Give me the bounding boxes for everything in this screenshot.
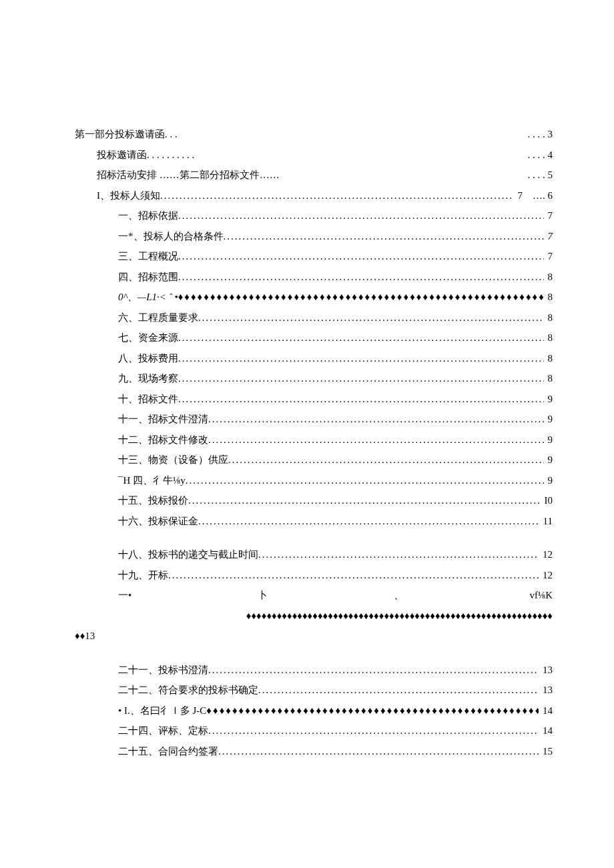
toc-leader: ........................................… xyxy=(168,568,539,583)
toc-gap xyxy=(75,534,553,547)
document-page: 第一部分投标邀请函. . .. . . . 3投标邀请函. . . . . . … xyxy=(0,0,614,868)
toc-leader: ........................................… xyxy=(258,683,539,698)
toc-entry: ¯H 四、彳牛⅛y ..............................… xyxy=(75,473,553,488)
toc-leader: ........................................… xyxy=(224,229,544,244)
toc-page-number: 7 xyxy=(544,229,553,244)
toc-entry: 十六、投标保证金 ...............................… xyxy=(75,514,553,529)
toc-page-number: . . . . 4 xyxy=(524,147,553,163)
toc-label: 十二、招标文件修改 xyxy=(118,432,208,448)
toc-entry: 十三、物资（设备）供应 ............................… xyxy=(75,452,553,468)
toc-leader: ........................................… xyxy=(178,249,544,264)
toc-token: 、 xyxy=(394,588,404,603)
toc-leader: ........................................… xyxy=(178,270,544,285)
toc-label: 0^、—L1·< ˆ • xyxy=(118,290,178,305)
toc-leader: ........................................… xyxy=(208,432,544,448)
toc-leader: ........................................… xyxy=(228,452,544,468)
toc-token: 卜 xyxy=(258,588,268,603)
toc-entry-special-cont: ♦♦♦♦♦♦♦♦♦♦♦♦♦♦♦♦♦♦♦♦♦♦♦♦♦♦♦♦♦♦♦♦♦♦♦♦♦♦♦♦… xyxy=(75,608,553,624)
toc-entry: 四、招标范围 .................................… xyxy=(75,270,553,285)
toc-label: 三、工程概况 xyxy=(118,249,178,264)
toc-label: 七、资金来源 xyxy=(118,330,178,346)
toc-entry: 八、投标费用 .................................… xyxy=(75,351,553,366)
toc-leader: ........................................… xyxy=(178,392,544,407)
toc-leader: ........................................… xyxy=(188,493,541,508)
toc-leader: ........................................… xyxy=(178,208,544,224)
toc-page-number: . . . . 3 xyxy=(524,127,553,142)
toc-page-number: I0 xyxy=(541,493,553,508)
toc-label: I、投标人须知 xyxy=(97,188,160,203)
toc-entry: 投标邀请函. . . . . . . . . .. . . . 4 xyxy=(75,147,553,163)
toc-leader: ........................................… xyxy=(258,547,539,562)
toc-page-number: 9 xyxy=(544,452,553,468)
toc-entry: 十一、招标文件澄清 ..............................… xyxy=(75,412,553,427)
toc-label: 十、招标文件 xyxy=(118,392,178,407)
toc-entry: 一、招标依据 .................................… xyxy=(75,208,553,224)
toc-page-number: 14 xyxy=(539,723,553,739)
toc-leader: ♦♦♦♦♦♦♦♦♦♦♦♦♦♦♦♦♦♦♦♦♦♦♦♦♦♦♦♦♦♦♦♦♦♦♦♦♦♦♦♦… xyxy=(178,290,544,305)
toc-entry: 三、工程概况 .................................… xyxy=(75,249,553,264)
toc-label: 九、现场考察 xyxy=(118,371,178,386)
toc-page-number: 12 xyxy=(539,547,553,562)
toc-token: 一• xyxy=(118,588,131,603)
toc-page-number: 8 xyxy=(544,270,553,285)
toc-leader: ........................................… xyxy=(208,663,539,678)
toc-label: 第一部分投标邀请函. . . xyxy=(75,127,178,142)
toc-page-number: 12 xyxy=(539,568,553,583)
toc-leader: ♦♦♦♦♦♦♦♦♦♦♦♦♦♦♦♦♦♦♦♦♦♦♦♦♦♦♦♦♦♦♦♦♦♦♦♦♦♦♦♦… xyxy=(246,608,553,624)
toc-label: • I.、名曰彳Ｉ多 J-C xyxy=(118,703,206,719)
toc-leader: ........................................… xyxy=(198,310,544,326)
toc-label: 十八、投标书的递交与截止时间 xyxy=(118,547,258,562)
toc-label: 一、招标依据 xyxy=(118,208,178,224)
toc-entry: 十、招标文件 .................................… xyxy=(75,392,553,407)
toc-label: 十六、投标保证金 xyxy=(118,514,198,529)
toc-entry: 0^、—L1·< ˆ •♦♦♦♦♦♦♦♦♦♦♦♦♦♦♦♦♦♦♦♦♦♦♦♦♦♦♦♦… xyxy=(75,290,553,305)
toc-leader: ........................................… xyxy=(178,330,544,346)
toc-entry: 二十五、合同合约签署 .............................… xyxy=(75,744,553,759)
toc-page-number: 13 xyxy=(539,683,553,698)
toc-page-number: 9 xyxy=(544,392,553,407)
toc-label: 六、工程质量要求 xyxy=(118,310,198,326)
toc-leader: ........................................… xyxy=(218,744,539,759)
toc-label: 八、投标费用 xyxy=(118,351,178,366)
toc-page-number: 9 xyxy=(544,432,553,448)
toc-entry: 二十一、投标书澄清 ..............................… xyxy=(75,663,553,678)
toc-leader: ........................................… xyxy=(178,351,544,366)
toc-wrapped-page: ♦♦13 xyxy=(75,628,553,644)
toc-leader: ........................................… xyxy=(198,514,539,529)
toc-page-number: 8 xyxy=(544,330,553,346)
table-of-contents: 第一部分投标邀请函. . .. . . . 3投标邀请函. . . . . . … xyxy=(75,127,553,759)
toc-label: 十九、开标 xyxy=(118,568,168,583)
toc-page-number: 7 xyxy=(544,249,553,264)
toc-label: 十三、物资（设备）供应 xyxy=(118,452,228,468)
toc-label: 一*、投标人的合格条件 xyxy=(118,229,224,244)
toc-page-number: 9 xyxy=(544,473,553,488)
toc-label: 十一、招标文件澄清 xyxy=(118,412,208,427)
toc-entry: 第一部分投标邀请函. . .. . . . 3 xyxy=(75,127,553,142)
toc-entry: I、投标人须知 ................................… xyxy=(75,188,553,203)
toc-entry: 十八、投标书的递交与截止时间 .........................… xyxy=(75,547,553,562)
toc-label: ¯H 四、彳牛⅛y xyxy=(118,473,186,488)
toc-entry: 二十四、评标、定标 ..............................… xyxy=(75,723,553,739)
toc-page-number: 7 …. 6 xyxy=(514,188,553,203)
toc-leader: ♦♦♦♦♦♦♦♦♦♦♦♦♦♦♦♦♦♦♦♦♦♦♦♦♦♦♦♦♦♦♦♦♦♦♦♦♦♦♦♦… xyxy=(206,703,539,719)
toc-page-number: 8 xyxy=(544,371,553,386)
toc-entry: 十五、投标报价 ................................… xyxy=(75,493,553,508)
toc-entry: 招标活动安排 ……第二部分招标文件……. . . . 5 xyxy=(75,167,553,183)
toc-page-number: 8 xyxy=(544,351,553,366)
toc-leader: ........................................… xyxy=(208,412,544,427)
toc-entry: 六、工程质量要求 ...............................… xyxy=(75,310,553,326)
toc-entry: 七、资金来源 .................................… xyxy=(75,330,553,346)
toc-page-number: 9 xyxy=(544,412,553,427)
toc-entry: 十二、招标文件修改 ..............................… xyxy=(75,432,553,448)
toc-page-wrapped: ♦♦13 xyxy=(75,628,95,644)
toc-label: 四、招标范围 xyxy=(118,270,178,285)
toc-page-number: 14 xyxy=(539,703,553,719)
toc-page-number: 13 xyxy=(539,663,553,678)
toc-label: 二十四、评标、定标 xyxy=(118,723,208,739)
toc-page-number: 15 xyxy=(539,744,553,759)
toc-page-number: 7 xyxy=(544,208,553,224)
toc-label: 二十二、符合要求的投标书确定 xyxy=(118,683,258,698)
toc-entry: 十九、开标 ..................................… xyxy=(75,568,553,583)
toc-leader: ........................................… xyxy=(186,473,544,488)
toc-label: 二十一、投标书澄清 xyxy=(118,663,208,678)
